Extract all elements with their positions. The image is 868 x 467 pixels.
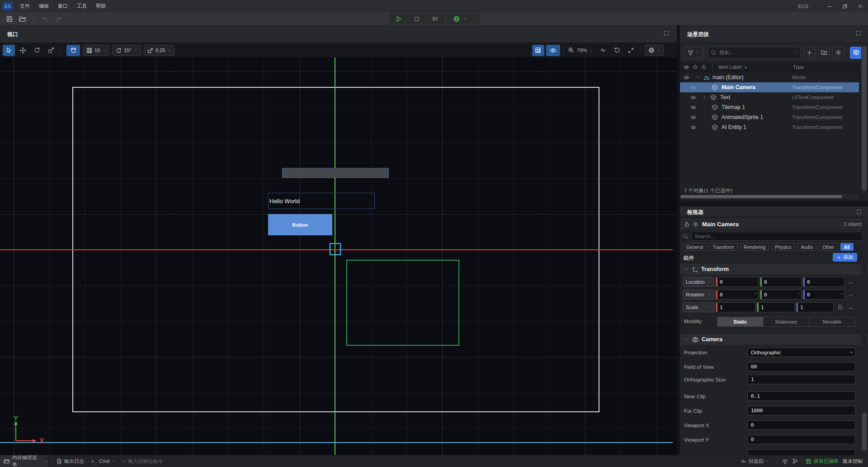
inspector-vertical-scrollbar[interactable] <box>862 219 867 452</box>
text-entity[interactable]: Hello World <box>268 193 375 209</box>
network-status-icon[interactable] <box>782 455 788 467</box>
select-tool-button[interactable] <box>3 45 15 56</box>
scale-x-field[interactable] <box>716 302 755 312</box>
move-tool-button[interactable] <box>17 45 29 56</box>
panel-entity[interactable] <box>282 168 389 178</box>
traceback-dropdown[interactable]: 回追踪 <box>741 455 769 467</box>
rotation-z-input[interactable] <box>805 292 840 298</box>
output-log-button[interactable]: 输出日志 <box>56 455 84 467</box>
panel-splitter[interactable] <box>677 25 680 455</box>
inspector-expand-button[interactable] <box>856 209 862 214</box>
menu-edit[interactable]: 编辑 <box>34 3 53 10</box>
rotation-dropdown[interactable]: Rotation <box>683 290 714 300</box>
ortho-size-field[interactable] <box>747 375 855 384</box>
button-entity[interactable]: Button <box>268 214 332 235</box>
hierarchy-inspector-splitter[interactable] <box>680 201 868 206</box>
hierarchy-horizontal-scrollbar[interactable] <box>680 195 859 199</box>
viewport-y-field[interactable] <box>747 435 855 444</box>
tree-row-tilemap[interactable]: Tilemap 1 TransformComponent <box>680 102 859 112</box>
mobility-stationary[interactable]: Stationary <box>764 317 810 326</box>
redo-button[interactable] <box>53 14 63 24</box>
tab-all[interactable]: All <box>840 243 854 251</box>
close-button[interactable] <box>853 0 868 12</box>
near-clip-input[interactable] <box>748 393 855 399</box>
stop-button[interactable] <box>408 14 426 24</box>
projection-dropdown[interactable]: ▾ <box>747 348 855 357</box>
visibility-button[interactable] <box>546 45 560 56</box>
location-y-input[interactable] <box>762 279 801 285</box>
tab-rendering[interactable]: Rendering <box>740 243 769 251</box>
scale-dropdown[interactable]: Scale <box>683 302 714 312</box>
hierarchy-settings-button[interactable] <box>832 47 844 59</box>
version-control-button[interactable]: 版本控制 <box>843 455 863 467</box>
fov-input[interactable] <box>748 364 855 370</box>
hierarchy-vertical-scrollbar[interactable] <box>861 44 867 196</box>
launch-target-dropdown[interactable] <box>448 14 472 24</box>
tree-row-main-camera[interactable]: Main Camera TransformComponent <box>680 82 859 92</box>
scene-canvas[interactable]: Hello World Button <box>0 57 677 455</box>
scale-y-field[interactable] <box>757 302 795 312</box>
far-clip-input[interactable] <box>748 408 855 414</box>
add-component-button[interactable]: 添加 <box>833 253 857 262</box>
tab-general[interactable]: General <box>683 243 707 251</box>
rotation-link-icon[interactable]: ↔ <box>848 291 854 298</box>
rotation-y-field[interactable]: ° <box>760 290 802 300</box>
mobility-movable[interactable]: Movable <box>809 317 855 326</box>
show-grid-button[interactable] <box>532 45 544 56</box>
tree-row-animatedsprite[interactable]: AnimatedSprite 1 TransformComponent <box>680 112 859 122</box>
location-z-input[interactable] <box>805 279 844 285</box>
menu-window[interactable]: 窗口 <box>53 3 72 10</box>
camera-selection-box[interactable] <box>330 243 341 255</box>
menu-file[interactable]: 文件 <box>15 3 34 10</box>
menu-tools[interactable]: 工具 <box>72 3 91 10</box>
rotation-x-field[interactable]: ° <box>716 290 759 300</box>
hierarchy-search-input[interactable] <box>719 50 791 55</box>
cmd-dropdown[interactable]: >_ Cmd <box>91 455 115 467</box>
menu-help[interactable]: 帮助 <box>91 3 110 10</box>
display-mode-button[interactable] <box>850 47 862 59</box>
tab-audio[interactable]: Audio <box>797 243 816 251</box>
add-entity-button[interactable] <box>803 47 816 59</box>
camera-section-header[interactable]: Camera <box>680 334 868 345</box>
projection-value[interactable] <box>748 350 850 355</box>
viewport-x-field[interactable] <box>747 420 855 430</box>
rotation-y-input[interactable] <box>762 292 797 298</box>
filter-dropdown[interactable] <box>684 47 703 59</box>
inspector-search-field[interactable] <box>691 232 865 241</box>
save-status[interactable]: 所有已保存 <box>806 455 839 467</box>
open-project-button[interactable] <box>17 14 27 24</box>
undo-button[interactable] <box>40 14 50 24</box>
source-control-icon[interactable] <box>792 455 798 467</box>
transform-section-header[interactable]: Transform <box>680 264 868 275</box>
mobility-static[interactable]: Static <box>717 317 764 326</box>
snap-toggle-button[interactable] <box>66 45 80 56</box>
step-forward-button[interactable] <box>426 14 444 24</box>
rotation-snap-dropdown[interactable]: 15° <box>112 45 141 56</box>
fullscreen-button[interactable] <box>625 45 637 56</box>
viewport-expand-button[interactable] <box>664 30 670 36</box>
scale-snap-dropdown[interactable]: 0.25 <box>144 45 175 56</box>
maximize-button[interactable] <box>837 0 853 12</box>
scale-z-field[interactable] <box>796 302 834 312</box>
ortho-size-input[interactable] <box>748 376 855 382</box>
play-button[interactable] <box>390 14 408 24</box>
location-y-field[interactable] <box>760 277 802 287</box>
column-item-label[interactable]: Item Label <box>718 64 741 70</box>
location-dropdown[interactable]: Location <box>683 277 714 287</box>
inspector-search-input[interactable] <box>694 234 862 239</box>
rotation-z-field[interactable]: ° <box>803 290 844 300</box>
near-clip-field[interactable] <box>747 391 855 401</box>
new-folder-button[interactable] <box>818 47 830 59</box>
save-button[interactable] <box>5 14 14 24</box>
zoom-level-control[interactable]: 79% <box>568 47 587 53</box>
console-command-input[interactable]: > 输入控制台命令 <box>123 455 163 467</box>
stats-button[interactable] <box>597 45 609 56</box>
minimize-button[interactable] <box>822 0 837 12</box>
column-type[interactable]: Type <box>793 64 804 70</box>
content-drawer-button[interactable]: 内容侧滑菜单 <box>0 455 48 467</box>
tab-other[interactable]: Other <box>819 243 838 251</box>
location-x-input[interactable] <box>717 279 758 285</box>
tree-row-text[interactable]: Text UITextComponent <box>680 92 859 102</box>
scale-lock-icon[interactable] <box>837 304 843 310</box>
tab-transform[interactable]: Transform <box>709 243 737 251</box>
